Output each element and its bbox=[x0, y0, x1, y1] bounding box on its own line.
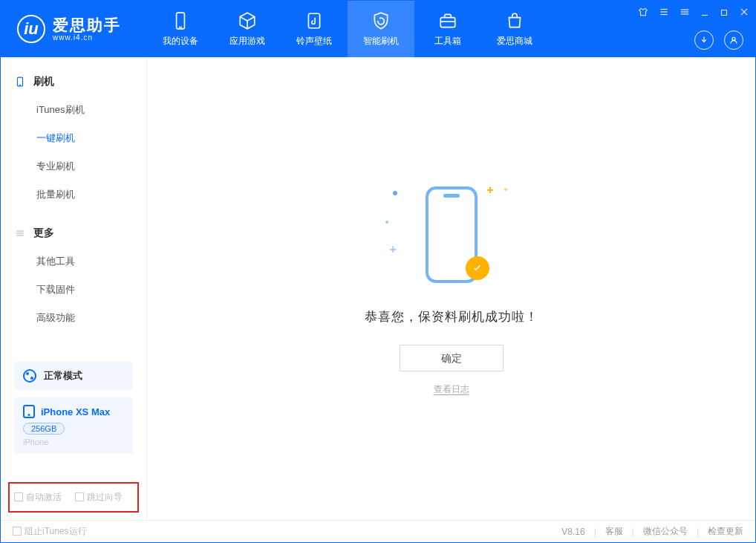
tab-label: 爱思商城 bbox=[497, 35, 532, 48]
phone-icon bbox=[23, 405, 35, 418]
tab-ringtones[interactable]: 铃声壁纸 bbox=[281, 1, 348, 57]
app-window: iu 爱思助手 www.i4.cn 我的设备 应用游戏 铃声壁纸 智能刷机 bbox=[0, 0, 756, 543]
svg-rect-3 bbox=[440, 17, 455, 27]
phone-outline-icon bbox=[14, 76, 26, 88]
tab-label: 应用游戏 bbox=[229, 35, 265, 48]
header-right-icons bbox=[694, 30, 743, 50]
tab-toolbox[interactable]: 工具箱 bbox=[414, 1, 481, 57]
device-type-label: iPhone bbox=[23, 438, 124, 446]
sidebar-group-header-flash: 刷机 bbox=[1, 68, 146, 96]
minimize-icon[interactable] bbox=[700, 7, 709, 19]
brand-subtitle: www.i4.cn bbox=[53, 33, 121, 42]
svg-rect-2 bbox=[308, 13, 319, 28]
activation-options-box: 自动激活 跳过向导 bbox=[8, 482, 139, 513]
svg-rect-12 bbox=[722, 10, 727, 15]
list-icon[interactable] bbox=[659, 7, 669, 19]
checkbox-label: 自动激活 bbox=[26, 492, 62, 502]
sidebar-item-other-tools[interactable]: 其他工具 bbox=[1, 247, 146, 276]
sidebar-group-more: 更多 其他工具 下载固件 高级功能 bbox=[1, 219, 146, 332]
sidebar-item-pro-flash[interactable]: 专业刷机 bbox=[1, 152, 146, 181]
shield-refresh-icon bbox=[371, 11, 391, 30]
nav-tabs: 我的设备 应用游戏 铃声壁纸 智能刷机 工具箱 爱思商城 bbox=[147, 1, 548, 57]
device-mode-row[interactable]: 正常模式 bbox=[14, 362, 133, 390]
tab-label: 工具箱 bbox=[434, 35, 461, 48]
tab-store[interactable]: 爱思商城 bbox=[481, 1, 548, 57]
sidebar-item-advanced[interactable]: 高级功能 bbox=[1, 304, 146, 332]
window-controls bbox=[638, 7, 749, 19]
tab-label: 我的设备 bbox=[163, 35, 198, 48]
wechat-link[interactable]: 微信公众号 bbox=[643, 525, 688, 538]
success-message: 恭喜您，保资料刷机成功啦！ bbox=[365, 308, 538, 325]
tab-apps-games[interactable]: 应用游戏 bbox=[214, 1, 281, 57]
footer: 阻止iTunes运行 V8.16 | 客服 | 微信公众号 | 检查更新 bbox=[1, 520, 755, 542]
check-update-link[interactable]: 检查更新 bbox=[708, 525, 743, 538]
sidebar-item-download-firmware[interactable]: 下载固件 bbox=[1, 276, 146, 304]
device-icon bbox=[171, 11, 190, 30]
toolbox-icon bbox=[438, 11, 457, 30]
shirt-icon[interactable] bbox=[638, 7, 648, 19]
success-check-badge-icon bbox=[466, 256, 489, 280]
body: 刷机 iTunes刷机 一键刷机 专业刷机 批量刷机 更多 其他工具 bbox=[1, 57, 755, 520]
checkbox-skip-guide[interactable]: 跳过向导 bbox=[75, 491, 123, 504]
sidebar-item-itunes-flash[interactable]: iTunes刷机 bbox=[1, 96, 146, 124]
checkbox-icon[interactable] bbox=[75, 492, 84, 501]
sidebar-device-block: 正常模式 iPhone XS Max 256GB iPhone bbox=[1, 362, 146, 454]
brand-title: 爱思助手 bbox=[53, 16, 121, 33]
checkbox-label: 跳过向导 bbox=[87, 492, 123, 502]
user-icon[interactable] bbox=[724, 30, 743, 50]
checkbox-icon[interactable] bbox=[13, 527, 22, 536]
brand: iu 爱思助手 www.i4.cn bbox=[1, 1, 147, 57]
sidebar-group-title: 更多 bbox=[33, 227, 54, 240]
tab-label: 铃声壁纸 bbox=[296, 35, 332, 48]
sidebar-item-onekey-flash[interactable]: 一键刷机 bbox=[1, 124, 146, 152]
download-icon[interactable] bbox=[694, 30, 714, 50]
checkbox-block-itunes[interactable]: 阻止iTunes运行 bbox=[13, 525, 87, 538]
music-file-icon bbox=[304, 11, 324, 30]
sidebar-scroll: 刷机 iTunes刷机 一键刷机 专业刷机 批量刷机 更多 其他工具 bbox=[1, 57, 146, 469]
sidebar-item-batch-flash[interactable]: 批量刷机 bbox=[1, 181, 146, 209]
checkbox-auto-activate[interactable]: 自动激活 bbox=[14, 491, 62, 504]
close-icon[interactable] bbox=[739, 7, 749, 19]
device-name: iPhone XS Max bbox=[41, 406, 110, 417]
menu-icon[interactable] bbox=[680, 7, 690, 19]
device-mode-label: 正常模式 bbox=[44, 369, 82, 383]
sidebar-group-flash: 刷机 iTunes刷机 一键刷机 专业刷机 批量刷机 bbox=[1, 68, 146, 209]
view-log-link[interactable]: 查看日志 bbox=[434, 383, 469, 396]
header: iu 爱思助手 www.i4.cn 我的设备 应用游戏 铃声壁纸 智能刷机 bbox=[1, 1, 755, 57]
tab-label: 智能刷机 bbox=[363, 35, 399, 48]
main-content: + + 恭喜您，保资料刷机成功啦！ 确定 查看日志 bbox=[147, 57, 755, 520]
svg-point-15 bbox=[732, 37, 735, 40]
sidebar: 刷机 iTunes刷机 一键刷机 专业刷机 批量刷机 更多 其他工具 bbox=[1, 57, 147, 520]
brand-text: 爱思助手 www.i4.cn bbox=[53, 16, 121, 42]
svg-rect-0 bbox=[177, 13, 185, 29]
success-illustration: + + bbox=[388, 183, 515, 295]
mode-icon bbox=[23, 369, 36, 383]
maximize-icon[interactable] bbox=[720, 7, 729, 19]
support-link[interactable]: 客服 bbox=[605, 525, 623, 538]
tab-smart-flash[interactable]: 智能刷机 bbox=[348, 1, 414, 57]
brand-logo-icon: iu bbox=[17, 15, 45, 43]
bag-icon bbox=[505, 11, 524, 30]
hamburger-icon bbox=[14, 227, 26, 239]
sidebar-group-header-more: 更多 bbox=[1, 219, 146, 247]
cube-icon bbox=[238, 11, 257, 30]
sidebar-group-title: 刷机 bbox=[33, 75, 54, 88]
ok-button[interactable]: 确定 bbox=[400, 345, 504, 371]
checkbox-icon[interactable] bbox=[14, 492, 23, 501]
checkbox-label: 阻止iTunes运行 bbox=[25, 526, 87, 536]
tab-my-device[interactable]: 我的设备 bbox=[147, 1, 214, 57]
device-storage-chip: 256GB bbox=[23, 423, 65, 435]
version-label: V8.16 bbox=[561, 527, 584, 537]
device-card[interactable]: iPhone XS Max 256GB iPhone bbox=[14, 397, 133, 454]
